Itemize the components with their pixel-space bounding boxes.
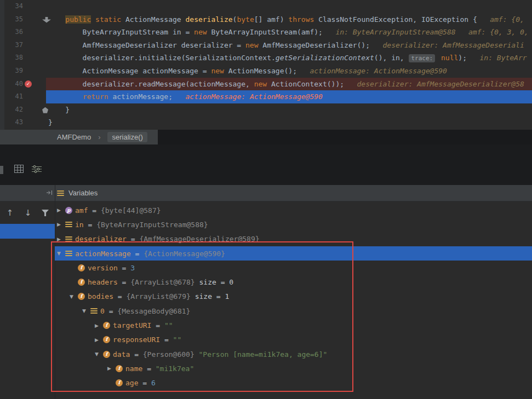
variable-value: = — [118, 278, 130, 286]
editor-gutter[interactable]: 36 — [0, 26, 46, 39]
variable-name: headers — [88, 278, 118, 286]
variable-value: {ByteArrayInputStream@588} — [96, 221, 208, 229]
variable-value: "" — [164, 321, 173, 329]
editor-gutter[interactable]: 38 — [0, 51, 46, 65]
code-token: getSerializationContext — [276, 54, 374, 62]
chevron-down-icon[interactable]: ▼ — [70, 294, 78, 299]
code-line: 39 ActionMessage actionMessage = new Act… — [0, 65, 532, 78]
code-line: 41 return actionMessage; actionMessage: … — [0, 90, 532, 103]
line-number[interactable]: 38 — [0, 51, 23, 65]
field-icon: f — [116, 379, 123, 386]
editor-gutter[interactable]: 42 — [0, 103, 46, 117]
line-number[interactable]: 42 — [0, 103, 23, 117]
variables-tree: ▶pamf = {byte[44]@587}▶in = {ByteArrayIn… — [0, 203, 532, 390]
code-token: ActionMessage — [121, 15, 185, 24]
variable-row[interactable]: ▶ftargetURI = "" — [0, 318, 532, 332]
variable-row[interactable]: ▶fname = "mi1k7ea" — [0, 361, 532, 375]
code-text: deserializer.initialize(SerializationCon… — [46, 51, 532, 65]
editor-gutter[interactable]: 37 — [0, 39, 46, 52]
chevron-right-icon[interactable]: ▶ — [95, 337, 103, 343]
editor-gutter[interactable]: 35 — [0, 13, 46, 26]
line-number[interactable]: 36 — [0, 26, 23, 39]
variable-row[interactable]: fheaders = {ArrayList@678} size = 0 — [0, 275, 532, 289]
variable-row[interactable]: fversion = 3 — [0, 261, 532, 275]
line-number[interactable]: 39 — [0, 65, 23, 78]
variable-value: 6 — [151, 379, 156, 387]
code-token: ByteArrayInputStream in = — [48, 28, 194, 36]
code-token: throws — [288, 15, 314, 24]
chevron-right-icon[interactable]: ▶ — [107, 366, 116, 371]
line-number[interactable]: 37 — [0, 39, 23, 52]
variable-value: = — [113, 292, 126, 300]
variable-row[interactable]: ▼actionMessage = {ActionMessage@590} — [0, 246, 532, 261]
breadcrumb-class[interactable]: AMFDemo — [57, 133, 91, 141]
variable-value: = — [130, 350, 142, 358]
variable-value: {byte[44]@587} — [101, 206, 161, 215]
variable-row[interactable]: ▼fbodies = {ArrayList@679} size = 1 — [0, 290, 532, 304]
field-icon: f — [103, 351, 110, 358]
line-number[interactable]: 41 — [0, 90, 23, 103]
debug-toolbar-band — [0, 144, 532, 185]
line-number[interactable]: 34 — [0, 0, 23, 13]
code-token — [437, 54, 441, 62]
code-token: } — [48, 118, 53, 126]
code-text: ByteArrayInputStream in = new ByteArrayI… — [46, 26, 532, 39]
line-number[interactable]: 43 — [0, 116, 23, 129]
inline-debug-hint: in: ByteArr — [467, 54, 527, 62]
code-line: 34 — [0, 0, 532, 13]
variable-value: {ActionMessage@590} — [144, 250, 225, 258]
code-token: } — [48, 106, 70, 114]
variable-value: "mi1k7ea" — [156, 365, 194, 373]
partial-icon — [0, 166, 3, 174]
variable-row[interactable]: ▶deserializer = {AmfMessageDeserializer@… — [0, 232, 532, 246]
code-token: AmfMessageDeserializer deserializer = — [48, 41, 245, 49]
settings-sliders-icon[interactable] — [32, 165, 42, 175]
chevron-right-icon[interactable]: ▶ — [57, 207, 65, 213]
code-token: [] amf) — [254, 15, 289, 24]
variable-value: 3 — [130, 264, 135, 272]
line-number[interactable]: 40 — [0, 78, 23, 91]
variable-name: deserializer — [75, 235, 127, 243]
chevron-down-icon[interactable]: ▼ — [95, 351, 103, 357]
breakpoint-icon[interactable]: ✓ — [25, 80, 32, 88]
code-editor[interactable]: 3435 public static ActionMessage deseria… — [0, 0, 532, 130]
variable-value: size = 0 — [195, 278, 233, 286]
code-token: new — [245, 41, 258, 49]
variable-name: age — [125, 379, 138, 387]
editor-gutter[interactable]: 41 — [0, 90, 46, 103]
focus-icon[interactable] — [46, 188, 53, 198]
object-icon — [65, 250, 72, 257]
variable-value: = — [142, 365, 155, 373]
variable-value: = — [105, 307, 117, 315]
chevron-down-icon[interactable]: ▼ — [57, 251, 65, 256]
breakpoint-line: deserializer.readMessage(actionMessage, … — [46, 78, 532, 91]
breadcrumb-dark-area — [158, 130, 532, 144]
code-token: byte — [237, 15, 254, 24]
variable-row[interactable]: ▶fresponseURI = "" — [0, 333, 532, 347]
variable-value: = — [160, 336, 173, 344]
code-token: ClassNotFoundException, IOException { — [314, 15, 477, 24]
variable-row[interactable]: ▼fdata = {Person@600} "Person [name=mi1k… — [0, 347, 532, 361]
field-icon: f — [116, 365, 123, 372]
chevron-right-icon[interactable]: ▶ — [57, 236, 65, 242]
editor-gutter[interactable]: 39 — [0, 65, 46, 78]
editor-gutter[interactable]: 34 — [0, 0, 46, 13]
variable-row[interactable]: ▼0 = {MessageBody@681} — [0, 304, 532, 318]
code-text — [46, 0, 532, 13]
code-token: AmfMessageDeserializer(); — [259, 41, 370, 49]
code-token: actionMessage; — [108, 92, 173, 101]
chevron-down-icon[interactable]: ▼ — [82, 308, 90, 314]
variable-row[interactable]: ▶pamf = {byte[44]@587} — [0, 203, 532, 217]
chevron-right-icon[interactable]: ▶ — [57, 222, 65, 227]
variables-title: Variables — [68, 189, 98, 197]
breadcrumb-method[interactable]: serialize() — [107, 132, 147, 142]
chevron-right-icon[interactable]: ▶ — [95, 323, 103, 328]
line-number[interactable]: 35 — [0, 13, 23, 26]
variable-row[interactable]: ▶in = {ByteArrayInputStream@588} — [0, 217, 532, 232]
inline-debug-hint: deserializer: AmfMessageDeseriali — [370, 41, 524, 49]
variable-row[interactable]: fage = 6 — [0, 376, 532, 390]
variable-name: data — [113, 350, 130, 358]
editor-gutter[interactable]: 40✓ — [0, 78, 46, 91]
editor-gutter[interactable]: 43 — [0, 116, 46, 129]
table-view-icon[interactable] — [14, 165, 24, 175]
